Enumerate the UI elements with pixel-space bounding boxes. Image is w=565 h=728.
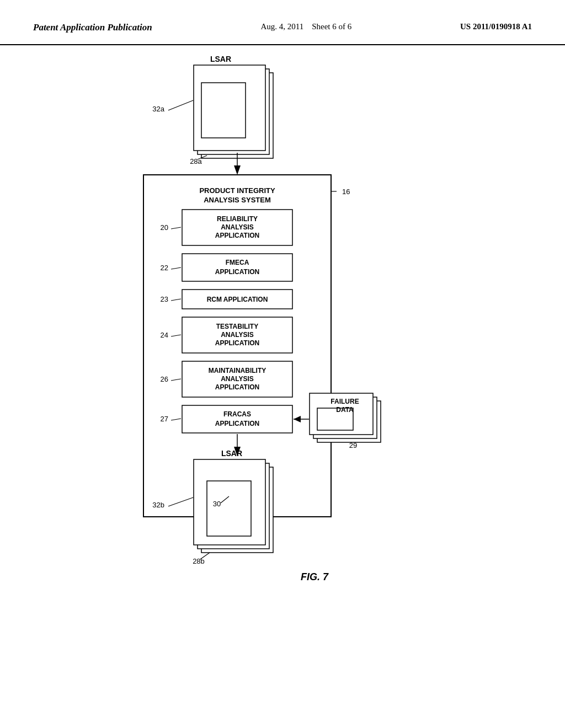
failure-data-line2: DATA [336, 406, 354, 414]
product-integrity-title-line2: ANALYSIS SYSTEM [204, 196, 271, 204]
fmeca-line1: FMECA [226, 259, 249, 266]
maintainability-line3: APPLICATION [215, 383, 259, 391]
svg-line-4 [168, 100, 193, 110]
svg-rect-20 [182, 405, 292, 433]
maintainability-line1: MAINTAINABILITY [209, 367, 266, 374]
svg-rect-12 [182, 254, 292, 281]
fmeca-line2: APPLICATION [215, 268, 259, 276]
rcm-label: RCM APPLICATION [207, 296, 268, 303]
svg-rect-3 [201, 83, 246, 138]
lsar-bottom-label: LSAR [221, 449, 242, 458]
reliability-line3: APPLICATION [215, 232, 259, 239]
label-30: 30 [213, 500, 221, 508]
maintainability-line2: ANALYSIS [221, 375, 254, 383]
reliability-line2: ANALYSIS [221, 223, 254, 231]
header-date-sheet: Aug. 4, 2011 Sheet 6 of 6 [260, 22, 351, 31]
patent-diagram: LSAR 32a 28a PRODUCT INTEGRITY ANALYSIS … [0, 45, 565, 718]
testability-line3: APPLICATION [215, 339, 259, 347]
testability-line1: TESTABILITY [216, 323, 258, 330]
label-23: 23 [161, 295, 168, 303]
label-24: 24 [161, 331, 168, 339]
svg-line-36 [200, 553, 210, 559]
label-28b: 28b [193, 557, 205, 565]
label-22: 22 [161, 264, 168, 272]
failure-data-line1: FAILURE [331, 398, 359, 405]
product-integrity-title-line1: PRODUCT INTEGRITY [199, 186, 275, 195]
label-16: 16 [342, 188, 350, 196]
fracas-line2: APPLICATION [215, 420, 259, 427]
label-20: 20 [161, 223, 168, 232]
label-32a: 32a [152, 105, 164, 113]
page-header: Patent Application Publication Aug. 4, 2… [0, 0, 565, 45]
fracas-line1: FRACAS [223, 410, 251, 418]
svg-rect-33 [207, 481, 251, 536]
svg-marker-7 [234, 165, 241, 175]
label-29: 29 [349, 441, 357, 449]
testability-line2: ANALYSIS [221, 331, 254, 339]
figure-caption: FIG. 7 [301, 571, 329, 582]
label-32b: 32b [152, 501, 164, 509]
diagram-area: LSAR 32a 28a PRODUCT INTEGRITY ANALYSIS … [0, 45, 565, 718]
header-publication-type: Patent Application Publication [33, 22, 152, 33]
label-27: 27 [161, 415, 168, 423]
header-patent-number: US 2011/0190918 A1 [460, 22, 532, 31]
reliability-line1: RELIABILITY [217, 215, 258, 223]
label-26: 26 [161, 375, 168, 383]
lsar-top-label: LSAR [210, 55, 231, 63]
